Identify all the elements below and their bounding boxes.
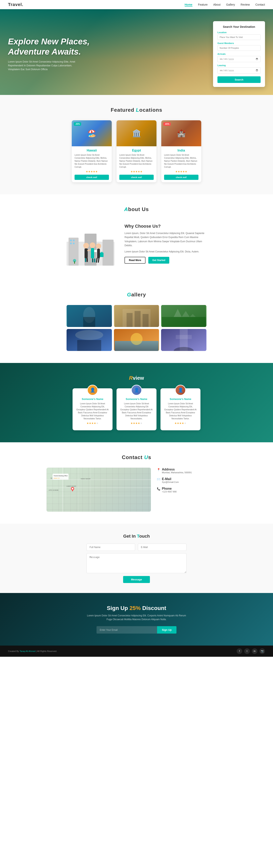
- svg-rect-36: [162, 317, 206, 327]
- instagram-icon[interactable]: 📷: [260, 648, 265, 654]
- about-grid: Why Choose Us? Lorem Ipsum, Dolor Sit Am…: [47, 220, 226, 268]
- egypt-name: Egypt: [119, 149, 154, 152]
- email-value: Xyz@Gmail.Com: [162, 481, 179, 483]
- full-name-input[interactable]: [87, 544, 135, 551]
- svg-rect-6: [70, 243, 72, 244]
- contact-address: 📍 Address Mumbai, Maharashtra, 500091: [157, 468, 226, 474]
- featured-title: Featured Locations: [8, 107, 265, 113]
- signup-section: Sign Up 25% Discount Lorem Ipsum Dolor S…: [0, 593, 273, 646]
- svg-text:Travels Booking Office: Travels Booking Office: [54, 475, 67, 477]
- reviewer-stars-1: ★★★★★: [76, 422, 109, 425]
- svg-text:JVPD SCHEME: JVPD SCHEME: [49, 490, 59, 491]
- contact-phone: 📞 Phone +123 4567 890: [157, 487, 226, 493]
- touch-title: Get In Touch: [8, 534, 265, 539]
- gallery-title: Gallery: [8, 291, 265, 298]
- search-button[interactable]: Search: [217, 76, 261, 83]
- egypt-stars: ★★★★★: [119, 170, 154, 173]
- nav-home[interactable]: Home: [185, 3, 192, 7]
- phone-value: +123 4567 890: [162, 491, 177, 493]
- svg-rect-42: [77, 340, 101, 351]
- hawaii-btn[interactable]: check out!: [74, 175, 109, 180]
- india-desc: Lorem Ipsum Dolor Sit Amet Consectetur A…: [164, 154, 199, 168]
- card-india: -65% 🏰 India Lorem Ipsum Dolor Sit Amet …: [161, 120, 201, 182]
- review-card-3: 👤 Someone's Name Lorem Ipsum Dolor Sit A…: [160, 388, 201, 430]
- svg-rect-26: [74, 261, 75, 264]
- guest-label: Guest Members: [217, 42, 261, 44]
- leaving-input[interactable]: [217, 67, 261, 73]
- nav-links: Home Feature About Gallery Review Contac…: [185, 3, 265, 6]
- nav-contact[interactable]: Contact: [255, 3, 265, 6]
- svg-rect-5: [73, 240, 74, 241]
- nav-about[interactable]: About: [213, 3, 221, 6]
- get-started-button[interactable]: Get Started: [148, 257, 169, 264]
- svg-rect-33: [134, 311, 141, 327]
- reviewer-text-1: Lorem Ipsum Dolor Sit Amet Consectetur A…: [76, 402, 109, 420]
- svg-rect-48: [176, 335, 192, 339]
- reviewer-name-1: Someone's Name: [76, 398, 109, 401]
- author-link[interactable]: Taraq Ali Ahmed: [20, 650, 36, 652]
- india-badge: -65%: [163, 122, 171, 126]
- signup-heading: Sign Up 25% Discount: [8, 605, 265, 611]
- nav-review[interactable]: Review: [241, 3, 250, 6]
- about-title: About Us: [8, 206, 265, 213]
- svg-point-8: [83, 243, 89, 248]
- social-icons: f t in 📷: [237, 648, 265, 654]
- signup-email-input[interactable]: [96, 626, 157, 633]
- svg-rect-16: [85, 258, 86, 262]
- location-input[interactable]: [217, 34, 261, 40]
- read-more-button[interactable]: Read More: [124, 257, 146, 264]
- twitter-icon[interactable]: t: [244, 648, 250, 654]
- contact-form: Message: [87, 544, 186, 583]
- gallery-item-2: [114, 305, 159, 327]
- message-textarea[interactable]: [87, 553, 186, 573]
- location-label: Location: [217, 31, 261, 34]
- signup-button[interactable]: Sign Up: [157, 626, 177, 633]
- email-label: E-Mail: [162, 477, 171, 480]
- guest-input[interactable]: [217, 45, 261, 51]
- review-section: Rview 👤 Someone's Name Lorem Ipsum Dolor…: [0, 363, 273, 442]
- reviewer-avatar-2: 👤: [131, 385, 142, 396]
- email-input[interactable]: [138, 544, 186, 551]
- facebook-icon[interactable]: f: [237, 648, 242, 654]
- svg-rect-12: [87, 258, 88, 262]
- india-btn[interactable]: check out!: [164, 175, 199, 180]
- hawaii-stars: ★★★★★: [74, 170, 109, 173]
- svg-rect-29: [83, 317, 95, 327]
- map-roads: NHADA COLONY KABIR NAGAR YADAV NAGAR JVP…: [47, 468, 151, 512]
- search-box: Search Your Destination Location Guest M…: [213, 21, 265, 87]
- footer-credit: Created By Taraq Ali Ahmed | All Rights …: [8, 650, 57, 652]
- about-svg: [65, 222, 117, 268]
- about-buttons: Read More Get Started: [124, 257, 208, 264]
- svg-rect-22: [101, 252, 103, 253]
- review-card-1: 👤 Someone's Name Lorem Ipsum Dolor Sit A…: [72, 388, 113, 430]
- svg-rect-17: [94, 258, 95, 262]
- nav-gallery[interactable]: Gallery: [226, 3, 235, 6]
- featured-section: Featured Locations -35% 🏖️ Hawaii Lorem …: [0, 95, 273, 194]
- card-hawaii: -35% 🏖️ Hawaii Lorem Ipsum Dolor Sit Ame…: [72, 120, 112, 182]
- hawaii-name: Hawaii: [74, 149, 109, 152]
- footer: Created By Taraq Ali Ahmed | All Rights …: [0, 646, 273, 657]
- egypt-desc: Lorem Ipsum Dolor Sit Amet Consectetur A…: [119, 154, 154, 168]
- featured-cards: -35% 🏖️ Hawaii Lorem Ipsum Dolor Sit Ame…: [8, 120, 265, 182]
- arrivals-input[interactable]: [217, 56, 261, 62]
- svg-rect-20: [97, 249, 100, 258]
- reviewer-avatar-1: 👤: [87, 385, 98, 396]
- reviewer-avatar-3: 👤: [175, 385, 186, 396]
- egypt-image: 🏛️: [117, 120, 156, 146]
- message-submit-button[interactable]: Message: [123, 576, 150, 583]
- hawaii-desc: Lorem Ipsum Dolor Sit Amet Consectetur A…: [74, 154, 109, 168]
- hawaii-image: -35% 🏖️: [72, 120, 112, 146]
- map-placeholder: NHADA COLONY KABIR NAGAR YADAV NAGAR JVP…: [47, 468, 151, 512]
- svg-rect-21: [100, 253, 103, 257]
- svg-text:★★★ 3.3: ★★★ 3.3: [54, 477, 60, 479]
- egypt-btn[interactable]: check out!: [119, 175, 154, 180]
- nav-feature[interactable]: Feature: [198, 3, 208, 6]
- linkedin-icon[interactable]: in: [252, 648, 257, 654]
- svg-text:YADAV NAGAR: YADAV NAGAR: [81, 478, 91, 479]
- about-heading: Why Choose Us?: [124, 224, 208, 229]
- contact-section: Contact Us NHADA COLONY KABIR NAGAR YADA…: [0, 442, 273, 524]
- search-title: Search Your Destination: [217, 25, 261, 28]
- gallery-item-5: [114, 329, 159, 351]
- egypt-body: Egypt Lorem Ipsum Dolor Sit Amet Consect…: [117, 146, 156, 182]
- hawaii-body: Hawaii Lorem Ipsum Dolor Sit Amet Consec…: [72, 146, 112, 182]
